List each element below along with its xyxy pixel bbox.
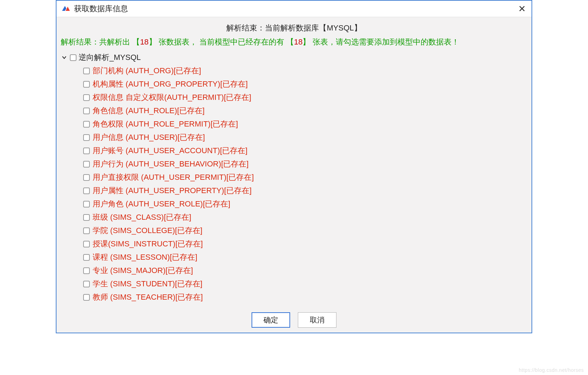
tree-item[interactable]: 学院 (SIMS_COLLEGE)[已存在] [83,224,527,237]
item-checkbox[interactable] [83,134,90,141]
item-checkbox[interactable] [83,201,90,207]
item-checkbox[interactable] [83,161,90,168]
window-title: 获取数据库信息 [74,4,517,14]
item-label: 用户直接权限 (AUTH_USER_PERMIT)[已存在] [93,172,254,183]
item-label: 机构属性 (AUTH_ORG_PROPERTY)[已存在] [93,79,248,89]
app-logo-icon [61,4,71,14]
tree-item[interactable]: 权限信息 自定义权限(AUTH_PERMIT)[已存在] [83,91,527,104]
root-label: 逆向解析_MYSQL [79,52,141,63]
dialog-content: 解析结束：当前解析数据库【MYSQL】 解析结果：共解析出 【18】 张数据表，… [56,17,532,333]
item-label: 部门机构 (AUTH_ORG)[已存在] [93,66,201,76]
tree-item[interactable]: 角色权限 (AUTH_ROLE_PERMIT)[已存在] [83,117,527,131]
item-checkbox[interactable] [83,121,90,128]
parse-result-text: 解析结果：共解析出 【18】 张数据表， 当前模型中已经存在的有 【18】 张表… [61,37,527,47]
item-label: 用户信息 (AUTH_USER)[已存在] [93,132,205,143]
dialog-footer: 确定 取消 [56,309,532,333]
chevron-down-icon[interactable] [61,55,68,60]
item-label: 班级 (SIMS_CLASS)[已存在] [93,212,191,223]
tree-item[interactable]: 角色信息 (AUTH_ROLE)[已存在] [83,104,527,117]
item-label: 授课(SIMS_INSTRUCT)[已存在] [93,239,203,249]
item-checkbox[interactable] [83,108,90,114]
item-label: 专业 (SIMS_MAJOR)[已存在] [93,265,193,276]
tree-item[interactable]: 授课(SIMS_INSTRUCT)[已存在] [83,237,527,251]
item-checkbox[interactable] [83,68,90,74]
item-checkbox[interactable] [83,227,90,234]
ok-button[interactable]: 确定 [252,312,290,328]
count-existing: 18 [294,38,302,46]
tree-item[interactable]: 部门机构 (AUTH_ORG)[已存在] [83,64,527,77]
tree-item[interactable]: 用户直接权限 (AUTH_USER_PERMIT)[已存在] [83,171,527,184]
tree-item[interactable]: 用户属性 (AUTH_USER_PROPERTY)[已存在] [83,184,527,197]
tree-item[interactable]: 用户行为 (AUTH_USER_BEHAVIOR)[已存在] [83,157,527,171]
item-checkbox[interactable] [83,267,90,274]
item-checkbox[interactable] [83,148,90,154]
tree-item[interactable]: 教师 (SIMS_TEACHER)[已存在] [83,291,527,304]
tree-item[interactable]: 用户信息 (AUTH_USER)[已存在] [83,131,527,144]
tree-item[interactable]: 学生 (SIMS_STUDENT)[已存在] [83,277,527,291]
item-checkbox[interactable] [83,81,90,88]
dialog-window: 获取数据库信息 ✕ 解析结束：当前解析数据库【MYSQL】 解析结果：共解析出 … [56,0,532,333]
root-checkbox[interactable] [70,54,76,61]
item-checkbox[interactable] [83,188,90,194]
tree: 逆向解析_MYSQL 部门机构 (AUTH_ORG)[已存在]机构属性 (AUT… [56,52,532,309]
header-area: 解析结束：当前解析数据库【MYSQL】 解析结果：共解析出 【18】 张数据表，… [56,17,532,52]
tree-item[interactable]: 用户账号 (AUTH_USER_ACCOUNT)[已存在] [83,144,527,157]
item-label: 权限信息 自定义权限(AUTH_PERMIT)[已存在] [93,92,251,103]
count-total: 18 [140,38,148,46]
tree-root-row[interactable]: 逆向解析_MYSQL [61,52,527,63]
item-label: 教师 (SIMS_TEACHER)[已存在] [93,292,203,302]
item-label: 用户属性 (AUTH_USER_PROPERTY)[已存在] [93,185,252,196]
parse-result-prefix: 解析结果：共解析出 【 [61,38,140,46]
item-label: 学生 (SIMS_STUDENT)[已存在] [93,279,202,289]
parse-result-mid: 】 张数据表， 当前模型中已经存在的有 【 [149,38,294,46]
item-label: 用户行为 (AUTH_USER_BEHAVIOR)[已存在] [93,159,249,169]
parse-result-suffix: 】 张表，请勾选需要添加到模型中的数据表！ [302,38,459,46]
item-label: 用户角色 (AUTH_USER_ROLE)[已存在] [93,199,230,209]
item-checkbox[interactable] [83,241,90,247]
tree-item[interactable]: 专业 (SIMS_MAJOR)[已存在] [83,264,527,277]
item-checkbox[interactable] [83,254,90,261]
item-label: 用户账号 (AUTH_USER_ACCOUNT)[已存在] [93,145,247,156]
item-checkbox[interactable] [83,294,90,301]
tree-children: 部门机构 (AUTH_ORG)[已存在]机构属性 (AUTH_ORG_PROPE… [61,64,527,304]
tree-item[interactable]: 课程 (SIMS_LESSON)[已存在] [83,251,527,264]
close-icon[interactable]: ✕ [517,4,527,13]
item-checkbox[interactable] [83,281,90,287]
tree-item[interactable]: 机构属性 (AUTH_ORG_PROPERTY)[已存在] [83,77,527,91]
item-label: 学院 (SIMS_COLLEGE)[已存在] [93,225,202,236]
item-label: 角色权限 (AUTH_ROLE_PERMIT)[已存在] [93,119,238,129]
item-checkbox[interactable] [83,174,90,181]
tree-item[interactable]: 用户角色 (AUTH_USER_ROLE)[已存在] [83,197,527,211]
item-label: 课程 (SIMS_LESSON)[已存在] [93,252,197,262]
item-checkbox[interactable] [83,214,90,221]
item-checkbox[interactable] [83,94,90,101]
tree-item[interactable]: 班级 (SIMS_CLASS)[已存在] [83,211,527,224]
item-label: 角色信息 (AUTH_ROLE)[已存在] [93,105,205,116]
cancel-button[interactable]: 取消 [298,312,336,328]
parse-end-text: 解析结束：当前解析数据库【MYSQL】 [61,23,527,33]
titlebar: 获取数据库信息 ✕ [56,1,532,17]
